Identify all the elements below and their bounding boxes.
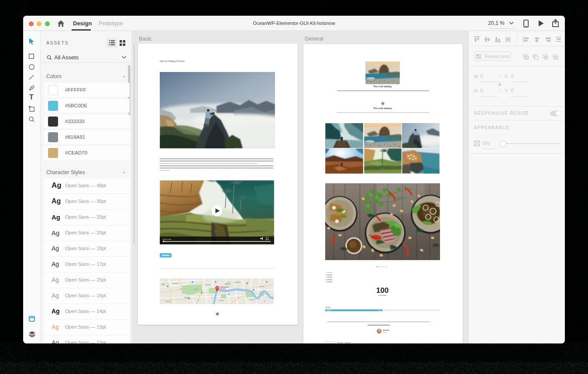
svg-text:0:00 / 0:00: 0:00 / 0:00 (163, 238, 172, 240)
